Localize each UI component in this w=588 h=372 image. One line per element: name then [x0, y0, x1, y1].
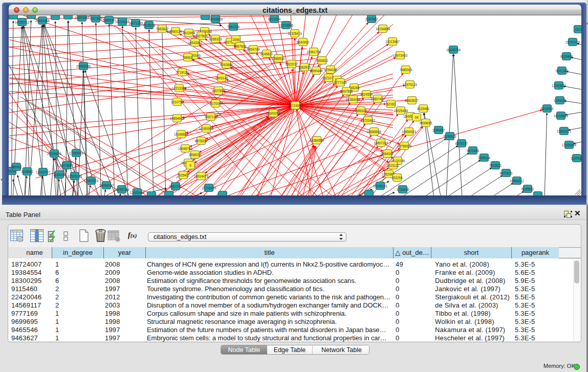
svg-text:17359924: 17359924: [69, 151, 84, 155]
svg-text:10973493: 10973493: [393, 54, 408, 57]
svg-text:10719155: 10719155: [115, 20, 130, 24]
svg-text:6497568: 6497568: [340, 90, 353, 93]
svg-text:12042757: 12042757: [36, 170, 51, 174]
svg-text:19166825: 19166825: [174, 133, 189, 136]
svg-text:16914479: 16914479: [194, 174, 209, 178]
svg-text:16154838: 16154838: [376, 27, 390, 31]
svg-text:12923448: 12923448: [130, 191, 145, 194]
svg-text:10025438: 10025438: [394, 109, 408, 113]
svg-text:6879197: 6879197: [455, 142, 468, 145]
svg-text:10961758: 10961758: [307, 50, 321, 54]
svg-text:9129966: 9129966: [560, 55, 573, 58]
svg-text:10756928: 10756928: [397, 144, 412, 148]
svg-text:8186323: 8186323: [209, 37, 222, 41]
svg-text:9245652: 9245652: [521, 187, 534, 191]
svg-text:18807249: 18807249: [374, 141, 388, 145]
svg-text:15692971: 15692971: [557, 129, 572, 133]
svg-text:1588520: 1588520: [272, 57, 285, 60]
svg-text:12093873: 12093873: [552, 84, 567, 87]
svg-text:1244415: 1244415: [554, 99, 567, 102]
svg-text:7857224: 7857224: [227, 25, 240, 29]
svg-text:8878332: 8878332: [195, 139, 208, 143]
svg-text:2935114: 2935114: [478, 156, 491, 160]
svg-text:1615132: 1615132: [387, 164, 400, 167]
svg-text:18724007: 18724007: [288, 104, 303, 107]
svg-text:1546: 1546: [232, 38, 240, 41]
svg-text:8454749: 8454749: [247, 48, 260, 51]
svg-text:8912954: 8912954: [183, 31, 195, 35]
svg-text:12505135: 12505135: [68, 174, 82, 178]
svg-text:3498222: 3498222: [189, 153, 202, 157]
svg-text:15716485: 15716485: [202, 186, 216, 190]
svg-text:9857791: 9857791: [169, 185, 182, 188]
svg-text:3824554: 3824554: [360, 93, 373, 96]
svg-text:1527602: 1527602: [90, 17, 102, 20]
svg-text:5322037: 5322037: [286, 62, 298, 66]
svg-text:1145194: 1145194: [53, 173, 66, 177]
svg-text:17957223: 17957223: [84, 179, 99, 183]
svg-text:8471676: 8471676: [500, 171, 513, 175]
svg-text:9227342: 9227342: [556, 69, 569, 73]
svg-text:6794028: 6794028: [324, 68, 337, 72]
svg-text:12975115: 12975115: [403, 83, 417, 86]
svg-text:16543362: 16543362: [188, 41, 203, 45]
svg-text:16648764: 16648764: [446, 48, 461, 52]
svg-text:3267130: 3267130: [205, 115, 217, 119]
svg-text:7955812: 7955812: [316, 59, 329, 62]
svg-text:8938923: 8938923: [444, 135, 456, 138]
svg-text:1117: 1117: [575, 28, 581, 31]
svg-text:6466160: 6466160: [103, 18, 116, 22]
svg-text:2718126: 2718126: [176, 71, 189, 74]
svg-text:1010755: 1010755: [171, 100, 184, 104]
svg-text:8990448: 8990448: [310, 69, 323, 73]
svg-text:9146821: 9146821: [260, 52, 273, 56]
svg-text:12213363: 12213363: [172, 86, 187, 90]
svg-text:7515526: 7515526: [143, 24, 156, 27]
svg-text:8813054: 8813054: [268, 17, 281, 21]
svg-text:16671355: 16671355: [128, 21, 143, 25]
svg-text:10807487: 10807487: [371, 97, 385, 101]
svg-text:62160: 62160: [386, 102, 396, 106]
svg-text:252254: 252254: [391, 176, 403, 180]
svg-text:1733426: 1733426: [397, 188, 409, 191]
svg-text:11325419: 11325419: [288, 32, 302, 35]
svg-text:2803144: 2803144: [215, 76, 228, 80]
svg-text:10853267: 10853267: [75, 16, 90, 19]
svg-text:9084067: 9084067: [381, 152, 394, 156]
svg-text:20206576: 20206576: [47, 152, 62, 156]
svg-text:30975887: 30975887: [59, 164, 74, 167]
svg-text:19046786: 19046786: [178, 147, 193, 150]
svg-text:7632621: 7632621: [489, 164, 502, 167]
svg-text:18300295: 18300295: [266, 112, 281, 115]
svg-text:9463627: 9463627: [406, 99, 419, 102]
svg-text:17016504: 17016504: [562, 143, 577, 147]
svg-text:9: 9: [189, 164, 191, 167]
svg-text:8960124: 8960124: [169, 30, 182, 33]
svg-text:1362615: 1362615: [298, 65, 311, 69]
svg-text:8215953: 8215953: [541, 107, 554, 111]
svg-text:9242848: 9242848: [220, 63, 233, 67]
svg-text:10654112: 10654112: [510, 179, 524, 183]
svg-text:29053346: 29053346: [76, 64, 91, 68]
svg-text:20691406: 20691406: [35, 19, 50, 23]
svg-text:9777169: 9777169: [334, 81, 347, 84]
svg-text:10688609: 10688609: [367, 130, 382, 134]
svg-text:1640957: 1640957: [432, 128, 445, 132]
svg-text:12213967: 12213967: [385, 40, 400, 43]
svg-text:2967608: 2967608: [234, 45, 247, 48]
svg-text:19654923: 19654923: [402, 130, 417, 134]
svg-text:10958107: 10958107: [99, 184, 114, 187]
svg-text:15136141: 15136141: [373, 184, 388, 188]
svg-text:9115460: 9115460: [417, 107, 430, 111]
svg-text:7986322: 7986322: [355, 109, 367, 113]
svg-text:15751074: 15751074: [565, 40, 580, 44]
svg-text:15720407: 15720407: [361, 119, 376, 122]
svg-text:16782759: 16782759: [115, 188, 129, 191]
svg-text:585061: 585061: [11, 165, 22, 169]
svg-text:04: 04: [415, 116, 419, 119]
svg-text:9699695: 9699695: [420, 121, 432, 125]
svg-text:8427552: 8427552: [212, 89, 225, 93]
svg-text:9327503: 9327503: [195, 34, 208, 38]
svg-text:98961: 98961: [183, 56, 192, 59]
svg-text:1167533: 1167533: [571, 157, 581, 160]
